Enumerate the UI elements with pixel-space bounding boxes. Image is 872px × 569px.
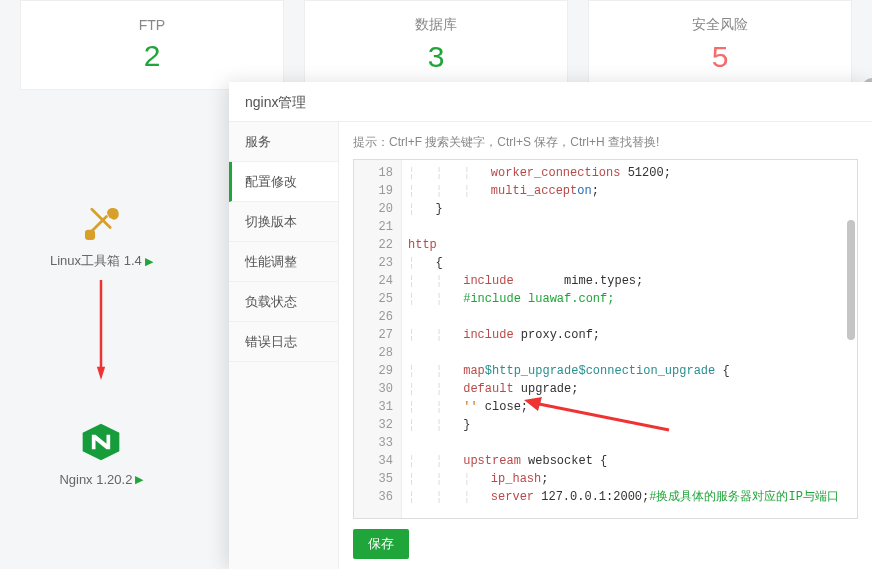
- code-line[interactable]: ¦ }: [408, 200, 857, 218]
- tools-icon: [79, 200, 123, 244]
- editor-hint: 提示：Ctrl+F 搜索关键字，Ctrl+S 保存，Ctrl+H 查找替换!: [353, 134, 858, 151]
- stat-card-label: FTP: [139, 17, 165, 33]
- code-line[interactable]: [408, 308, 857, 326]
- code-line[interactable]: [408, 218, 857, 236]
- code-line[interactable]: ¦ ¦ '' close;: [408, 398, 857, 416]
- sidebar-tab[interactable]: 负载状态: [229, 282, 338, 322]
- play-icon: ▶: [135, 473, 143, 486]
- code-line[interactable]: ¦ ¦ ¦ multi_accept on;: [408, 182, 857, 200]
- stat-card[interactable]: 安全风险5: [588, 0, 852, 90]
- stat-card[interactable]: FTP2: [20, 0, 284, 90]
- stat-card-value: 3: [428, 40, 445, 74]
- linux-toolbox-label: Linux工具箱 1.4: [50, 252, 142, 270]
- code-line[interactable]: ¦ {: [408, 254, 857, 272]
- play-icon: ▶: [145, 255, 153, 268]
- stat-card-value: 5: [712, 40, 729, 74]
- code-line[interactable]: ¦ ¦ ¦ server 127.0.0.1:2000;#换成具体的服务器对应的…: [408, 488, 857, 506]
- config-editor[interactable]: 18192021222324252627282930313233343536 ¦…: [353, 159, 858, 519]
- code-line[interactable]: ¦ ¦ include mime.types;: [408, 272, 857, 290]
- svg-rect-0: [87, 231, 94, 238]
- sidebar-tab[interactable]: 错误日志: [229, 322, 338, 362]
- editor-scrollbar[interactable]: [847, 220, 855, 340]
- code-line[interactable]: ¦ ¦ include proxy.conf;: [408, 326, 857, 344]
- stat-card-value: 2: [144, 39, 161, 73]
- nginx-manage-modal: nginx管理 服务配置修改切换版本性能调整负载状态错误日志 提示：Ctrl+F…: [229, 82, 872, 569]
- code-line[interactable]: ¦ ¦ #include luawaf.conf;: [408, 290, 857, 308]
- sidebar-tab[interactable]: 性能调整: [229, 242, 338, 282]
- modal-sidebar: 服务配置修改切换版本性能调整负载状态错误日志: [229, 122, 339, 569]
- save-button[interactable]: 保存: [353, 529, 409, 559]
- code-line[interactable]: http: [408, 236, 857, 254]
- code-line[interactable]: ¦ ¦ ¦ worker_connections 51200;: [408, 164, 857, 182]
- modal-title: nginx管理: [229, 82, 872, 122]
- editor-code-area[interactable]: ¦ ¦ ¦ worker_connections 51200;¦ ¦ ¦ mul…: [402, 160, 857, 518]
- stat-card-label: 数据库: [415, 16, 457, 34]
- nginx-icon: [79, 420, 123, 464]
- linux-toolbox-app[interactable]: Linux工具箱 1.4▶: [50, 200, 153, 270]
- sidebar-tab[interactable]: 切换版本: [229, 202, 338, 242]
- annotation-arrow-down: [96, 280, 106, 380]
- nginx-app[interactable]: Nginx 1.20.2▶: [59, 420, 143, 487]
- code-line[interactable]: ¦ ¦ upstream websocket {: [408, 452, 857, 470]
- code-line[interactable]: ¦ ¦ ¦ ip_hash;: [408, 470, 857, 488]
- code-line[interactable]: [408, 344, 857, 362]
- code-line[interactable]: [408, 434, 857, 452]
- nginx-label: Nginx 1.20.2: [59, 472, 132, 487]
- editor-gutter: 18192021222324252627282930313233343536: [354, 160, 402, 518]
- svg-marker-2: [97, 367, 105, 380]
- code-line[interactable]: ¦ ¦ default upgrade;: [408, 380, 857, 398]
- code-line[interactable]: ¦ ¦ }: [408, 416, 857, 434]
- stat-card-label: 安全风险: [692, 16, 748, 34]
- stat-card[interactable]: 数据库3: [304, 0, 568, 90]
- sidebar-tab[interactable]: 配置修改: [229, 162, 338, 202]
- sidebar-tab[interactable]: 服务: [229, 122, 338, 162]
- code-line[interactable]: ¦ ¦ map $http_upgrade $connection_upgrad…: [408, 362, 857, 380]
